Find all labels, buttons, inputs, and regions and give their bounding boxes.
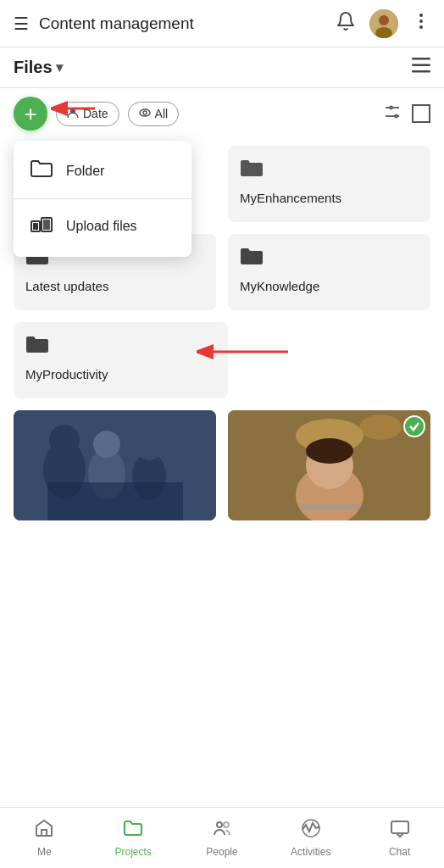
nav-label-people: People (206, 846, 237, 858)
image-card-meeting[interactable] (14, 410, 216, 520)
folder-icon (31, 159, 53, 183)
nav-label-me: Me (37, 846, 52, 858)
folder-name-myproductivity: MyProductivity (25, 367, 216, 381)
svg-point-13 (143, 111, 147, 114)
upload-menu-item[interactable]: Upload files (14, 203, 191, 250)
svg-point-39 (306, 438, 353, 464)
meeting-image (14, 410, 216, 520)
folder-label: Folder (66, 164, 104, 179)
nav-label-chat: Chat (389, 846, 410, 858)
folder-icon-myenhancements (240, 158, 419, 184)
folder-card-myenhancements[interactable]: MyEnhancements (228, 146, 430, 222)
hamburger-icon[interactable]: ☰ (14, 14, 29, 34)
folder-name-latestupdates: Latest updates (25, 279, 204, 293)
svg-rect-41 (42, 830, 47, 836)
header-icons (336, 9, 430, 38)
folder-icon-myproductivity (25, 334, 216, 360)
toolbar: + Date (0, 88, 444, 139)
svg-point-3 (419, 14, 423, 17)
svg-point-30 (93, 431, 120, 458)
image-row (14, 410, 430, 520)
svg-point-28 (49, 425, 80, 455)
check-badge (403, 415, 425, 437)
svg-rect-8 (412, 70, 430, 73)
avatar[interactable] (369, 9, 398, 38)
svg-rect-25 (43, 220, 50, 230)
home-icon (34, 818, 54, 843)
projects-icon (123, 818, 143, 843)
upload-label: Upload files (66, 219, 137, 234)
dropdown-divider (14, 198, 191, 199)
all-chip-label: All (155, 107, 169, 120)
activities-icon (301, 818, 321, 843)
bottom-nav: Me Projects People Activities (0, 807, 444, 868)
nav-item-people[interactable]: People (178, 808, 267, 868)
svg-point-36 (359, 415, 402, 440)
svg-point-19 (395, 114, 397, 117)
svg-point-16 (390, 106, 392, 108)
people-icon (212, 818, 232, 843)
files-menu-icon[interactable] (412, 58, 430, 77)
main-content: + Date (0, 88, 444, 607)
svg-point-1 (379, 15, 389, 25)
svg-point-43 (224, 822, 229, 827)
svg-point-42 (217, 822, 222, 827)
svg-rect-45 (391, 821, 408, 833)
nav-item-projects[interactable]: Projects (89, 808, 178, 868)
toolbar-right (383, 103, 430, 125)
svg-rect-33 (47, 482, 183, 520)
svg-rect-6 (412, 58, 430, 60)
svg-rect-7 (412, 64, 430, 67)
upload-icon (31, 214, 53, 238)
nav-label-projects: Projects (115, 846, 152, 858)
nav-label-activities: Activities (291, 846, 330, 858)
top-bar: ☰ Content management (0, 0, 444, 47)
files-dropdown-arrow[interactable]: ▾ (56, 59, 63, 75)
bell-icon[interactable] (336, 11, 356, 36)
filter-icon[interactable] (383, 103, 402, 125)
grid-view-icon[interactable] (412, 104, 430, 123)
files-label: Files (14, 58, 53, 77)
all-filter-chip[interactable]: All (128, 102, 180, 126)
folder-name-myenhancements: MyEnhancements (240, 191, 419, 205)
chat-icon (390, 818, 410, 843)
folder-name-myknowledge: MyKnowledge (240, 279, 419, 293)
files-bar: Files ▾ (0, 47, 444, 88)
dropdown-menu: Folder (14, 141, 191, 257)
files-title[interactable]: Files ▾ (14, 58, 412, 77)
folder-icon-myknowledge (240, 246, 419, 272)
nav-item-activities[interactable]: Activities (266, 808, 355, 868)
page-title: Content management (39, 14, 336, 33)
add-button[interactable]: + (14, 97, 47, 131)
svg-point-5 (419, 25, 423, 29)
svg-point-12 (140, 109, 150, 116)
svg-rect-40 (300, 504, 359, 510)
folder-card-myknowledge[interactable]: MyKnowledge (228, 234, 430, 310)
folder-menu-item[interactable]: Folder (14, 147, 191, 195)
svg-point-32 (136, 435, 162, 460)
image-card-person[interactable] (228, 410, 430, 520)
eye-icon (139, 107, 151, 121)
svg-rect-24 (33, 223, 38, 230)
nav-item-chat[interactable]: Chat (355, 808, 444, 868)
person-image (228, 410, 430, 520)
more-icon[interactable] (412, 12, 430, 36)
svg-point-4 (419, 19, 423, 23)
nav-item-me[interactable]: Me (0, 808, 89, 868)
